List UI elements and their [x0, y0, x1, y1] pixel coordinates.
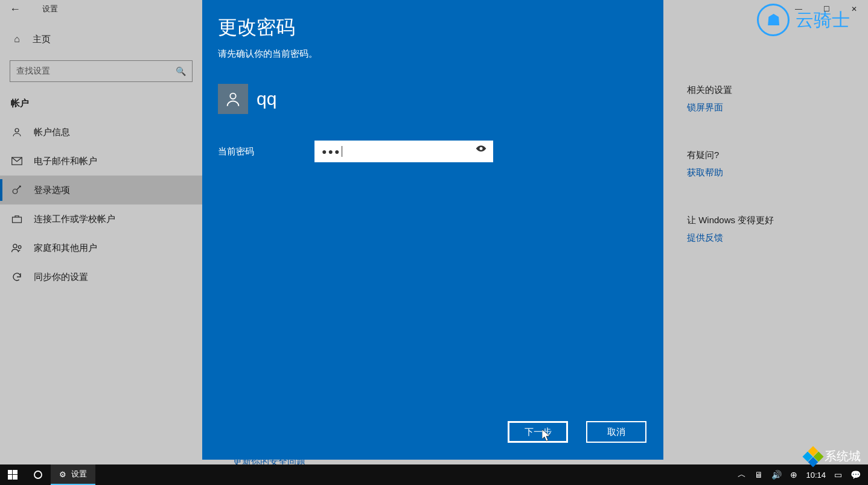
related-heading: 相关的设置	[687, 84, 856, 96]
reveal-password-icon[interactable]	[475, 145, 487, 156]
svg-point-2	[13, 189, 18, 194]
home-label: 主页	[33, 34, 51, 45]
tray-clock[interactable]: 10:14	[806, 471, 826, 480]
search-icon: 🔍	[176, 66, 186, 76]
key-icon	[11, 185, 23, 195]
brand-logo: ☗ 云骑士	[757, 4, 850, 36]
briefcase-icon	[11, 214, 23, 224]
sidebar-item-label: 同步你的设置	[34, 271, 88, 283]
sidebar-item-email[interactable]: 电子邮件和帐户	[0, 147, 202, 176]
user-row: qq	[218, 84, 648, 114]
sidebar-item-sync[interactable]: 同步你的设置	[0, 262, 202, 291]
start-button[interactable]	[0, 464, 25, 485]
search-placeholder: 查找设置	[16, 66, 50, 77]
brand-name: 云骑士	[796, 8, 850, 33]
tray-ime-icon[interactable]: ▭	[834, 470, 842, 480]
sync-icon	[11, 271, 23, 282]
svg-rect-10	[13, 475, 18, 480]
dialog-title: 更改密码	[218, 14, 648, 41]
svg-rect-3	[13, 217, 22, 223]
back-icon[interactable]: ←	[6, 0, 24, 18]
svg-point-6	[230, 94, 235, 99]
search-input[interactable]: 查找设置 🔍	[10, 60, 193, 82]
sidebar-item-label: 连接工作或学校帐户	[34, 214, 115, 225]
svg-rect-8	[13, 470, 18, 474]
sidebar-item-label: 帐户信息	[34, 127, 70, 138]
sidebar-item-label: 家庭和其他用户	[34, 242, 97, 254]
change-password-dialog: 更改密码 请先确认你的当前密码。 qq 当前密码 ●●● 下一步 取消	[202, 0, 663, 460]
password-field-row: 当前密码 ●●●	[218, 141, 648, 162]
window-title: 设置	[42, 4, 58, 14]
avatar	[218, 84, 248, 114]
watermark-logo: 系统城	[805, 448, 861, 464]
taskbar: ⚙ 设置 ︿ 🖥 🔊 ⊕ 10:14 ▭ 💬	[0, 464, 868, 485]
brand-icon: ☗	[757, 4, 790, 36]
home-icon: ⌂	[11, 34, 23, 45]
better-heading: 让 Windows 变得更好	[687, 215, 856, 226]
current-password-input[interactable]: ●●●	[314, 141, 493, 162]
sidebar-item-label: 登录选项	[34, 185, 70, 196]
tray-network-icon[interactable]: 🖥	[755, 470, 763, 480]
section-label: 帐户	[0, 93, 202, 118]
svg-point-4	[13, 244, 17, 248]
dialog-subtitle: 请先确认你的当前密码。	[218, 48, 648, 60]
home-row[interactable]: ⌂ 主页	[0, 24, 202, 54]
tray-security-icon[interactable]: ⊕	[790, 470, 797, 480]
sidebar: ⌂ 主页 查找设置 🔍 帐户 帐户信息 电子邮件和帐户 登录选项	[0, 18, 202, 464]
search-wrap: 查找设置 🔍	[10, 60, 193, 82]
svg-rect-9	[8, 475, 12, 480]
svg-point-11	[34, 471, 42, 478]
tray-volume-icon[interactable]: 🔊	[771, 470, 782, 480]
mail-icon	[11, 157, 23, 165]
taskbar-app-label: 设置	[71, 469, 87, 480]
sidebar-item-signin-options[interactable]: 登录选项	[0, 176, 202, 204]
cortana-button[interactable]	[25, 464, 51, 485]
right-panel: 相关的设置 锁屏界面 有疑问? 获取帮助 让 Windows 变得更好 提供反馈	[687, 36, 868, 246]
action-center-icon[interactable]: 💬	[850, 470, 861, 480]
svg-rect-7	[8, 470, 12, 474]
question-heading: 有疑问?	[687, 150, 856, 161]
next-button[interactable]: 下一步	[508, 421, 568, 443]
password-value: ●●●	[322, 147, 340, 156]
svg-point-5	[18, 246, 21, 249]
person-icon	[11, 127, 23, 138]
dialog-buttons: 下一步 取消	[508, 421, 646, 443]
help-link[interactable]: 获取帮助	[687, 167, 856, 179]
taskbar-app-settings[interactable]: ⚙ 设置	[51, 464, 95, 485]
feedback-link[interactable]: 提供反馈	[687, 232, 856, 244]
sidebar-item-account-info[interactable]: 帐户信息	[0, 118, 202, 147]
lockscreen-link[interactable]: 锁屏界面	[687, 102, 856, 113]
cancel-button[interactable]: 取消	[586, 421, 646, 443]
people-icon	[11, 242, 23, 253]
tray-chevron-icon[interactable]: ︿	[738, 469, 746, 480]
password-label: 当前密码	[218, 146, 290, 157]
gear-icon: ⚙	[59, 470, 66, 479]
user-name: qq	[257, 89, 276, 109]
watermark-text: 系统城	[825, 448, 861, 464]
sidebar-item-label: 电子邮件和帐户	[34, 156, 97, 167]
sidebar-item-work-school[interactable]: 连接工作或学校帐户	[0, 204, 202, 233]
svg-point-0	[15, 128, 19, 132]
system-tray: ︿ 🖥 🔊 ⊕ 10:14 ▭ 💬	[738, 469, 868, 480]
sidebar-item-family[interactable]: 家庭和其他用户	[0, 233, 202, 262]
watermark-icon	[805, 449, 821, 464]
text-caret	[342, 146, 342, 157]
